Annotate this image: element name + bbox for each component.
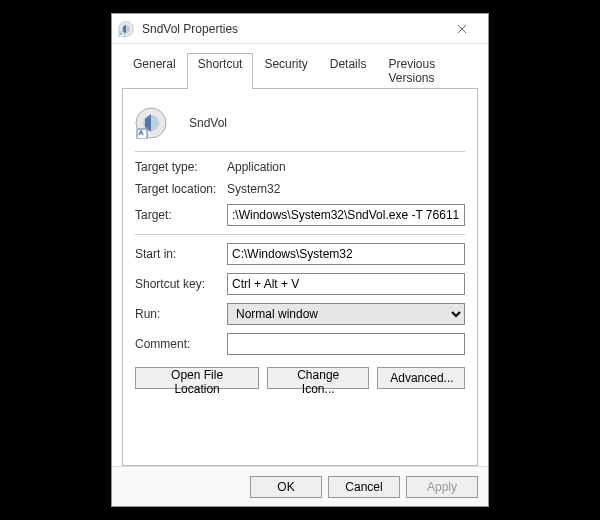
row-target-location: Target location: System32 bbox=[135, 182, 465, 196]
row-start-in: Start in: bbox=[135, 243, 465, 265]
row-shortcut-key: Shortcut key: bbox=[135, 273, 465, 295]
open-file-location-button[interactable]: Open File Location bbox=[135, 367, 259, 389]
tab-previous-versions[interactable]: Previous Versions bbox=[377, 53, 478, 89]
tab-general[interactable]: General bbox=[122, 53, 187, 89]
cancel-button[interactable]: Cancel bbox=[328, 476, 400, 498]
apply-button[interactable]: Apply bbox=[406, 476, 478, 498]
row-target-type: Target type: Application bbox=[135, 160, 465, 174]
label-comment: Comment: bbox=[135, 337, 227, 351]
ok-button[interactable]: OK bbox=[250, 476, 322, 498]
close-button[interactable] bbox=[442, 14, 482, 44]
start-in-input[interactable] bbox=[227, 243, 465, 265]
dialog-footer: OK Cancel Apply bbox=[112, 466, 488, 506]
advanced-button[interactable]: Advanced... bbox=[377, 367, 465, 389]
close-icon bbox=[457, 24, 467, 34]
dialog-body: General Shortcut Security Details Previo… bbox=[112, 44, 488, 466]
tabpanel-shortcut: SndVol Target type: Application Target l… bbox=[122, 89, 478, 466]
row-target: Target: bbox=[135, 204, 465, 226]
change-icon-button[interactable]: Change Icon... bbox=[267, 367, 369, 389]
label-target-type: Target type: bbox=[135, 160, 227, 174]
row-comment: Comment: bbox=[135, 333, 465, 355]
window-title: SndVol Properties bbox=[142, 22, 238, 36]
divider bbox=[135, 234, 465, 235]
run-select[interactable]: Normal window bbox=[227, 303, 465, 325]
app-header: SndVol bbox=[135, 107, 465, 139]
titlebar: SndVol Properties bbox=[112, 14, 488, 44]
action-row: Open File Location Change Icon... Advanc… bbox=[135, 367, 465, 389]
value-target-location: System32 bbox=[227, 182, 280, 196]
label-shortcut-key: Shortcut key: bbox=[135, 277, 227, 291]
tabs: General Shortcut Security Details Previo… bbox=[122, 52, 478, 89]
row-run: Run: Normal window bbox=[135, 303, 465, 325]
tab-security[interactable]: Security bbox=[253, 53, 318, 89]
label-target-location: Target location: bbox=[135, 182, 227, 196]
divider bbox=[135, 151, 465, 152]
label-target: Target: bbox=[135, 208, 227, 222]
value-target-type: Application bbox=[227, 160, 286, 174]
tab-shortcut[interactable]: Shortcut bbox=[187, 53, 254, 89]
target-input[interactable] bbox=[227, 204, 465, 226]
comment-input[interactable] bbox=[227, 333, 465, 355]
shortcut-key-input[interactable] bbox=[227, 273, 465, 295]
tab-details[interactable]: Details bbox=[319, 53, 378, 89]
speaker-app-icon bbox=[135, 107, 167, 139]
speaker-shortcut-icon bbox=[118, 21, 134, 37]
app-name: SndVol bbox=[189, 116, 227, 130]
properties-dialog: SndVol Properties General Shortcut Secur… bbox=[111, 13, 489, 507]
label-start-in: Start in: bbox=[135, 247, 227, 261]
label-run: Run: bbox=[135, 307, 227, 321]
